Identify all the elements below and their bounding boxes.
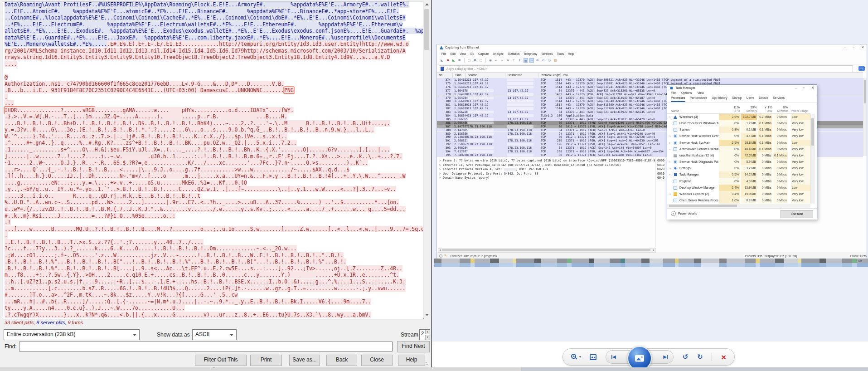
filmstrip-thumbnail[interactable] [499, 259, 513, 267]
capture-options-icon[interactable]: ✱ [457, 58, 462, 63]
maximize-icon[interactable]: ▫ [853, 45, 854, 49]
open-file-icon[interactable]: ▢ [467, 58, 471, 63]
filmstrip-thumbnail[interactable] [475, 259, 490, 267]
scroll-right-icon[interactable]: ► [653, 249, 655, 252]
previous-icon[interactable]: ◀ [611, 355, 616, 359]
column-header-time[interactable]: Time [455, 73, 461, 77]
zoom-icon[interactable]: + [571, 354, 578, 361]
detail-line[interactable]: > Domain Name System (query) [437, 176, 655, 181]
filter-dropdown-icon[interactable]: ▾ [860, 68, 862, 71]
delete-icon[interactable]: × [721, 353, 726, 361]
menu-item-help[interactable]: Help [568, 52, 574, 55]
filmstrip-thumbnail[interactable] [610, 259, 621, 267]
add-filter-button[interactable]: + [863, 66, 866, 70]
scroll-left-icon[interactable]: ◄ [439, 249, 441, 252]
column-header-network[interactable]: 0%Network [768, 105, 788, 112]
menu-item-view[interactable]: View [460, 52, 466, 55]
tab-startup[interactable]: Startup [732, 96, 742, 102]
process-row[interactable]: Registry0%4.3 MB0 MB/s0 MbpsVery low [667, 178, 810, 185]
detail-line[interactable]: > Internet Protocol Version 4, Src: , Ds… [437, 167, 655, 172]
go-back-icon[interactable]: ← [494, 58, 499, 63]
filmstrip-thumbnail[interactable] [852, 259, 857, 267]
process-row[interactable]: >Service Host: SysMain2.5%58.8 MB0.1 MB/… [667, 140, 810, 146]
filmstrip-thumbnail[interactable] [842, 259, 852, 267]
column-header-source[interactable]: Source [468, 73, 477, 77]
stream-content[interactable]: Data\Roaming\Avant ProfilesF..#%USERPROF… [3, 1, 424, 319]
stepper-down-icon[interactable]: ▼ [425, 335, 430, 340]
filmstrip-thumbnail[interactable] [820, 259, 826, 267]
go-bottom-icon[interactable]: ↧ [518, 58, 522, 63]
filmstrip-thumbnail[interactable] [557, 259, 567, 267]
chevron-down-icon[interactable]: ▾ [579, 355, 581, 359]
filmstrip-thumbnail[interactable] [745, 259, 756, 267]
process-row[interactable]: Client Server Runtime Process1.0%0.8 MB0… [667, 197, 810, 204]
tab-users[interactable]: Users [747, 96, 755, 102]
process-row[interactable]: >Task Manager0.5%14.2 MB0 MB/s0 MbpsVery… [667, 171, 810, 178]
filmstrip-thumbnail[interactable] [516, 259, 534, 267]
column-header-no[interactable]: No. [439, 73, 443, 77]
tm-horizontal-scrollbar[interactable] [667, 204, 810, 208]
end-task-button[interactable]: End task [781, 210, 813, 218]
process-row[interactable]: >Settings0%3.2 MB0 MB/s0 MbpsVery low [667, 165, 810, 171]
menu-item-go[interactable]: Go [470, 52, 474, 55]
filmstrip-thumbnail[interactable] [470, 259, 475, 267]
resize-grip[interactable] [425, 361, 430, 366]
pane-divider[interactable] [655, 158, 655, 247]
process-row[interactable]: Host Process for Windows Tasks0%1.2 MB0.… [667, 120, 810, 127]
scroll-down-icon[interactable] [425, 314, 429, 316]
minimize-icon[interactable]: – [795, 86, 797, 90]
packet-list-header[interactable]: No.TimeSourceDestinationProtocolLengthIn… [437, 72, 863, 78]
process-row[interactable]: >Antimalware Service Executable0%46.4 MB… [667, 146, 810, 152]
packet-row-374[interactable]: 3741.56465213.107.42.12TCP1514443 → 1237… [437, 78, 863, 82]
close-file-icon[interactable]: ✖ [473, 58, 477, 63]
slideshow-icon[interactable] [627, 346, 652, 371]
go-forward-icon[interactable]: → [500, 58, 504, 63]
filmstrip-thumbnail[interactable] [679, 259, 694, 267]
stream-scrollbar[interactable] [423, 1, 430, 318]
scroll-up-icon[interactable] [425, 3, 429, 5]
packet-details-pane[interactable]: > Frame 1: 77 bytes on wire (616 bits), … [437, 159, 655, 246]
tm-vertical-scrollbar[interactable] [810, 114, 815, 204]
filmstrip-thumbnail[interactable] [490, 259, 499, 267]
stepper-up-icon[interactable]: ▲ [425, 330, 430, 334]
process-row[interactable]: System0.8%0.1 MB0.1 MB/s0 MbpsVery low [667, 127, 810, 133]
menu-item-capture[interactable]: Capture [478, 52, 489, 55]
autoscroll-icon[interactable]: ▭ [524, 58, 528, 63]
tab-app-history[interactable]: App history [712, 96, 727, 102]
colorize-icon[interactable]: ≡ [529, 58, 534, 63]
filmstrip-thumbnail[interactable] [594, 259, 610, 267]
column-header-length[interactable]: Length [552, 73, 561, 77]
menu-item-analyze[interactable]: Analyze [493, 52, 503, 55]
tab-details[interactable]: Details [759, 96, 768, 102]
hex-dump-pane[interactable]: 00000010002000300040 [657, 159, 667, 186]
filmstrip-thumbnail[interactable] [460, 259, 470, 267]
filmstrip-thumbnail[interactable] [663, 259, 675, 267]
filmstrip-thumbnail[interactable] [650, 259, 663, 267]
start-capture-icon[interactable]: ◣ [440, 58, 444, 63]
next-icon[interactable]: ▶ [663, 355, 668, 359]
filmstrip-thumbnail[interactable] [694, 259, 701, 267]
go-to-packet-icon[interactable]: ≍ [506, 58, 510, 63]
find-packet-icon[interactable]: ◉ [488, 58, 493, 63]
filmstrip-thumbnail[interactable] [641, 259, 650, 267]
menu-item-telephony[interactable]: Telephony [524, 52, 537, 55]
close-icon[interactable]: ✕ [861, 45, 864, 49]
zoom-control[interactable]: + ▾ [571, 354, 581, 361]
menu-item-statistics[interactable]: Statistics [508, 52, 519, 55]
rotate-counterclockwise-icon[interactable]: ↺ [683, 353, 689, 361]
fewer-details-icon[interactable]: ∧ [671, 211, 676, 216]
conversation-select[interactable]: Entire conversation (238 kB) [4, 329, 140, 340]
filmstrip-thumbnail[interactable] [513, 259, 516, 267]
filmstrip-thumbnail[interactable] [756, 259, 760, 267]
filmstrip-thumbnail[interactable] [801, 259, 820, 267]
process-row[interactable]: >Wireshark (3)2.9%102.7 MB0.2 MB/s0 Mbps… [667, 114, 810, 120]
filmstrip-thumbnail[interactable] [589, 259, 594, 267]
reload-icon[interactable]: ▢ [479, 58, 483, 63]
go-top-icon[interactable]: ↥ [512, 58, 516, 63]
profile-status[interactable]: Profile: Defaul [850, 254, 867, 258]
print-button[interactable]: Print [250, 355, 282, 366]
zoom-out-icon[interactable]: ⊖ [541, 58, 546, 63]
filmstrip-thumbnail[interactable] [621, 259, 625, 267]
menu-item-wireless[interactable]: Wireless [541, 52, 553, 55]
filter-out-stream-button[interactable]: Filter Out This Stream [195, 355, 247, 366]
